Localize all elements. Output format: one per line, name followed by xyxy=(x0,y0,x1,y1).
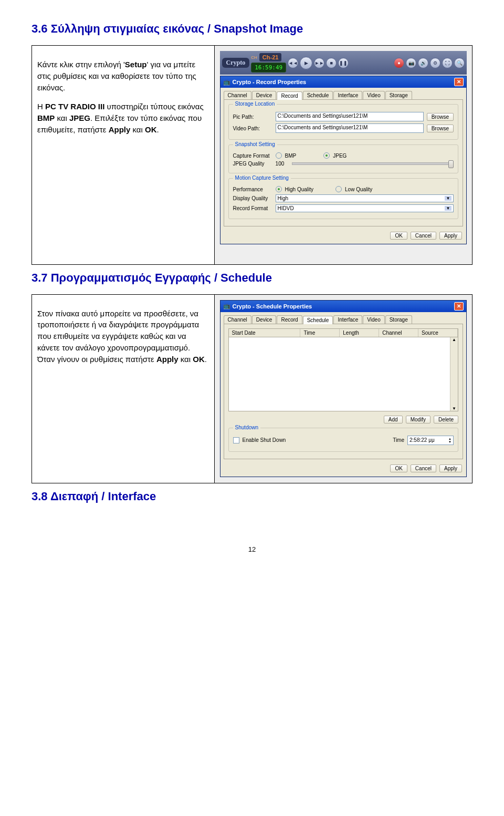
lowq-radio[interactable] xyxy=(335,186,342,192)
tv-icon: 📺 xyxy=(223,79,230,86)
tab-schedule[interactable]: Schedule xyxy=(303,91,333,99)
browse-pic-button[interactable]: Browse xyxy=(427,113,454,121)
tab-interface[interactable]: Interface xyxy=(333,91,362,99)
col-channel[interactable]: Channel xyxy=(379,329,418,337)
dialog-tabs: Channel Device Record Schedule Interface… xyxy=(220,312,466,324)
para-3-6-1: Κάντε κλικ στην επιλογή 'Setup' για να μ… xyxy=(37,59,209,93)
tab-device[interactable]: Device xyxy=(252,315,277,324)
channel-badge: Ch-21 xyxy=(259,53,282,61)
record-format-select[interactable]: HIDVD▼ xyxy=(276,204,454,212)
motion-group-title: Motion Capture Setting xyxy=(233,175,291,181)
lowq-radio-label: Low Quality xyxy=(345,187,372,192)
para-3-7-1: Στον πίνακα αυτό μπορείτε να προσθέσετε,… xyxy=(37,308,209,365)
apply-button[interactable]: Apply xyxy=(439,232,462,240)
tab-record[interactable]: Record xyxy=(277,315,302,324)
stop-button[interactable]: ■ xyxy=(326,58,337,68)
tab-record[interactable]: Record xyxy=(277,91,302,100)
col-startdate[interactable]: Start Date xyxy=(229,329,301,337)
enable-shutdown-checkbox[interactable] xyxy=(233,437,239,443)
highq-radio[interactable] xyxy=(276,186,282,192)
schedule-properties-dialog: 📺 Crypto - Schedule Properties ✕ Channel… xyxy=(220,300,467,477)
record-format-label: Record Format xyxy=(233,205,272,211)
channel-label: CH xyxy=(251,55,257,60)
brand-logo: Crypto xyxy=(222,58,250,68)
storage-group-title: Storage Location xyxy=(233,101,277,107)
clock-display: 16:59:49 xyxy=(251,63,286,73)
chevron-down-icon: ▼ xyxy=(445,196,452,201)
chevron-down-icon: ▼ xyxy=(445,206,452,211)
record-properties-dialog: 📺 Crypto - Record Properties ✕ Channel D… xyxy=(220,76,467,244)
pic-path-label: Pic Path: xyxy=(233,114,272,120)
tab-video[interactable]: Video xyxy=(363,91,384,99)
col-time[interactable]: Time xyxy=(300,329,340,337)
jpeg-quality-label: JPEG Quality xyxy=(233,161,272,167)
tab-device[interactable]: Device xyxy=(252,91,277,99)
display-quality-select[interactable]: High▼ xyxy=(276,194,454,202)
prev-button[interactable]: ◄◄ xyxy=(288,58,298,68)
display-quality-label: Display Quality xyxy=(233,195,272,201)
close-icon[interactable]: ✕ xyxy=(454,78,464,86)
schedule-header: Start Date Time Length Channel Source xyxy=(228,328,458,337)
search-button[interactable]: 🔍 xyxy=(454,58,465,68)
modify-button[interactable]: Modify xyxy=(406,416,430,424)
tv-icon: 📺 xyxy=(223,303,230,309)
scrollbar[interactable]: ▲▼ xyxy=(450,337,458,411)
dialog-title: Crypto - Schedule Properties xyxy=(233,303,312,309)
next-button[interactable]: ►► xyxy=(314,58,324,68)
close-icon[interactable]: ✕ xyxy=(454,302,464,311)
dialog-tabs: Channel Device Record Schedule Interface… xyxy=(220,88,466,99)
jpeg-quality-value: 100 xyxy=(276,161,289,167)
tab-storage[interactable]: Storage xyxy=(385,91,412,99)
heading-3-7: 3.7 Προγραμματισμός Εγγραφής / Schedule xyxy=(32,271,472,285)
tab-video[interactable]: Video xyxy=(363,315,384,324)
col-source[interactable]: Source xyxy=(418,329,458,337)
browse-video-button[interactable]: Browse xyxy=(427,125,454,132)
shutdown-time-input[interactable]: 2:58:22 μμ ▲▼ xyxy=(407,436,454,445)
time-label: Time xyxy=(393,437,404,443)
col-length[interactable]: Length xyxy=(340,329,379,337)
bmp-radio[interactable] xyxy=(276,152,282,159)
delete-button[interactable]: Delete xyxy=(434,416,458,424)
dialog-title: Crypto - Record Properties xyxy=(233,79,307,85)
video-path-input[interactable]: C:\Documents and Settings\user121\M xyxy=(276,123,424,133)
para-3-6-2: Η PC TV RADIO III υποστηρίζει τύπους εικ… xyxy=(37,101,209,135)
performance-label: Performance xyxy=(233,187,272,192)
cancel-button[interactable]: Cancel xyxy=(411,232,436,240)
spinner-down-icon[interactable]: ▼ xyxy=(448,440,452,443)
jpeg-radio[interactable] xyxy=(323,152,330,159)
tab-schedule[interactable]: Schedule xyxy=(303,316,333,324)
snapshot-group-title: Snapshot Setting xyxy=(233,141,277,147)
heading-3-6: 3.6 Σύλληψη στιγμιαίας εικόνας / Snapsho… xyxy=(32,22,472,36)
volume-button[interactable]: 🔊 xyxy=(418,58,428,68)
record-button[interactable]: ● xyxy=(394,58,404,68)
pause-button[interactable]: ❚❚ xyxy=(338,58,349,68)
tab-storage[interactable]: Storage xyxy=(385,315,412,324)
setup-button[interactable]: ⚙ xyxy=(430,58,440,68)
pic-path-input[interactable]: C:\Documents and Settings\user121\M xyxy=(276,112,424,121)
apply-button[interactable]: Apply xyxy=(439,464,462,472)
tab-channel[interactable]: Channel xyxy=(224,315,251,324)
play-button[interactable]: ▶ xyxy=(300,57,312,69)
enable-shutdown-label: Enable Shut Down xyxy=(243,437,286,443)
fullscreen-button[interactable]: ⛶ xyxy=(442,58,453,68)
snapshot-button[interactable]: 📷 xyxy=(406,58,416,68)
tab-channel[interactable]: Channel xyxy=(224,91,251,99)
jpeg-quality-slider[interactable] xyxy=(292,162,454,165)
schedule-list[interactable]: ▲▼ xyxy=(228,337,458,411)
highq-radio-label: High Quality xyxy=(285,187,313,192)
bmp-radio-label: BMP xyxy=(285,153,297,159)
ok-button[interactable]: OK xyxy=(390,464,407,472)
media-player-bar: Crypto CH Ch-21 16:59:49 ◄◄ ▶ ►► ■ ❚❚ ● xyxy=(220,51,467,75)
shutdown-group-title: Shutdown xyxy=(233,425,260,430)
ok-button[interactable]: OK xyxy=(390,232,407,240)
jpeg-radio-label: JPEG xyxy=(333,153,346,159)
tab-interface[interactable]: Interface xyxy=(333,315,362,324)
video-path-label: Video Path: xyxy=(233,126,272,131)
capture-format-label: Capture Format xyxy=(233,153,272,159)
cancel-button[interactable]: Cancel xyxy=(411,464,436,472)
heading-3-8: 3.8 Διεπαφή / Interface xyxy=(32,490,472,503)
add-button[interactable]: Add xyxy=(384,416,403,424)
page-number: 12 xyxy=(32,545,472,553)
